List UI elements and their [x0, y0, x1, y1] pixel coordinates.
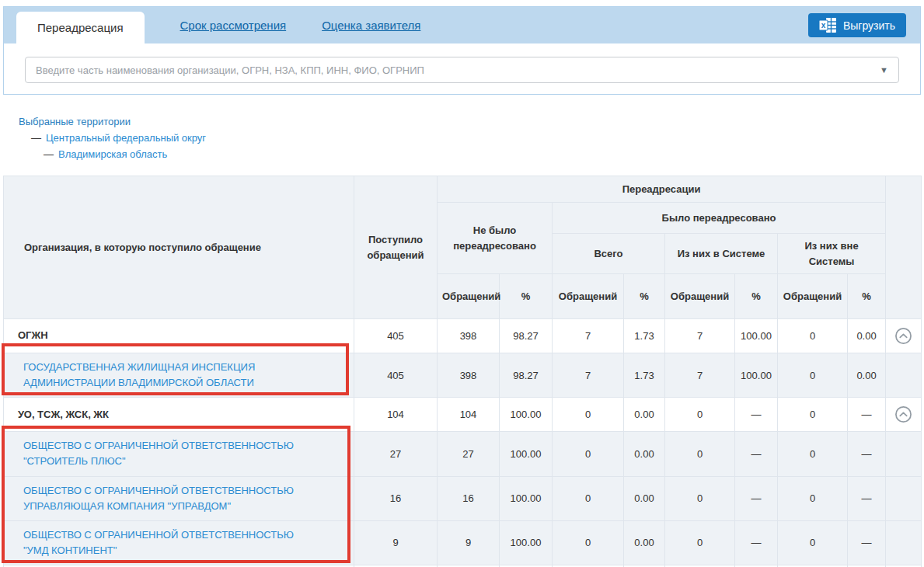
value-cell: —: [735, 476, 778, 520]
header-appeals: Обращений: [438, 274, 500, 319]
table-row: ОБЩЕСТВО С ОГРАНИЧЕННОЙ ОТВЕТСТВЕННОСТЬЮ…: [4, 520, 922, 565]
organization-cell: ОБЩЕСТВО С ОГРАНИЧЕННОЙ ОТВЕТСТВЕННОСТЬЮ…: [4, 520, 354, 565]
organization-cell: ОБЩЕСТВО С ОГРАНИЧЕННОЙ ОТВЕТСТВЕННОСТЬЮ…: [4, 476, 354, 520]
territory-link-cfo[interactable]: Центральный федеральный округ: [46, 132, 206, 144]
collapse-cell-empty: [886, 432, 922, 476]
value-cell: 0: [778, 432, 848, 476]
territory-item: —Центральный федеральный округ: [31, 132, 206, 144]
value-cell: 98.27: [500, 353, 553, 398]
value-cell: 0: [778, 520, 848, 565]
collapse-cell-empty: [886, 520, 922, 565]
value-cell: 16: [354, 476, 438, 520]
value-cell: 0: [778, 353, 848, 398]
statistics-table: Организация, в которую поступило обращен…: [3, 176, 922, 567]
organization-link[interactable]: ГОСУДАРСТВЕННАЯ ЖИЛИЩНАЯ ИНСПЕКЦИЯ АДМИН…: [23, 361, 255, 388]
chevron-down-icon[interactable]: ▼: [880, 66, 888, 75]
export-button[interactable]: x Выгрузить: [808, 13, 906, 37]
value-cell: 0: [553, 432, 624, 476]
table-row: ОГЖН40539898.2771.737100.0000.00: [4, 319, 922, 353]
excel-icon: x: [819, 18, 836, 33]
chevron-up-circle-icon: [894, 405, 912, 423]
value-cell: 1.73: [624, 319, 665, 353]
value-cell: 100.00: [735, 319, 778, 353]
collapse-button-cell[interactable]: [886, 319, 922, 353]
collapse-cell-empty: [886, 476, 922, 520]
value-cell: 98.27: [500, 319, 553, 353]
statistics-table-wrap: Организация, в которую поступило обращен…: [3, 176, 921, 567]
header-appeals: Обращений: [778, 274, 848, 319]
org-search-input[interactable]: [36, 64, 880, 76]
value-cell: 0.00: [848, 319, 886, 353]
export-button-label: Выгрузить: [843, 19, 895, 32]
dash-prefix: —: [31, 132, 41, 144]
value-cell: 7: [665, 319, 735, 353]
value-cell: —: [848, 432, 886, 476]
value-cell: 1.73: [624, 353, 665, 398]
header-percent: %: [735, 274, 778, 319]
dash-prefix: —: [44, 148, 54, 160]
territories-title: Выбранные территории: [19, 116, 206, 127]
organization-link[interactable]: ОБЩЕСТВО С ОГРАНИЧЕННОЙ ОТВЕТСТВЕННОСТЬЮ…: [23, 529, 294, 556]
value-cell: 0: [778, 476, 848, 520]
value-cell: 0.00: [848, 353, 886, 398]
value-cell: 7: [665, 353, 735, 398]
value-cell: 0: [778, 398, 848, 432]
value-cell: —: [848, 476, 886, 520]
svg-text:x: x: [821, 21, 826, 30]
value-cell: 104: [354, 398, 438, 432]
org-search-combobox[interactable]: ▼: [25, 57, 899, 83]
organization-link[interactable]: ОБЩЕСТВО С ОГРАНИЧЕННОЙ ОТВЕТСТВЕННОСТЬЮ…: [23, 485, 294, 512]
chevron-up-circle-icon: [894, 327, 912, 345]
group-label: ОГЖН: [18, 329, 48, 341]
table-row: УО, ТСЖ, ЖСК, ЖК104104100.0000.000—0—: [4, 398, 922, 432]
value-cell: 27: [438, 432, 500, 476]
organization-cell: ОБЩЕСТВО С ОГРАНИЧЕННОЙ ОТВЕТСТВЕННОСТЬЮ…: [4, 432, 354, 476]
value-cell: 0: [553, 398, 624, 432]
value-cell: 0: [665, 432, 735, 476]
organization-link[interactable]: ОБЩЕСТВО С ОГРАНИЧЕННОЙ ОТВЕТСТВЕННОСТЬЮ…: [23, 440, 294, 467]
header-redirected: Было переадресовано: [553, 203, 886, 234]
value-cell: 0: [665, 398, 735, 432]
value-cell: 7: [553, 319, 624, 353]
header-organization: Организация, в которую поступило обращен…: [4, 176, 354, 319]
collapse-button-cell[interactable]: [886, 398, 922, 432]
header-total: Всего: [553, 234, 665, 274]
tab-ocenka-zayavitelya[interactable]: Оценка заявителя: [322, 19, 420, 32]
table-body: ОГЖН40539898.2771.737100.0000.00ГОСУДАРС…: [4, 319, 922, 567]
value-cell: —: [848, 520, 886, 565]
header-out-of-system: Из них вне Системы: [778, 234, 886, 274]
value-cell: —: [735, 398, 778, 432]
value-cell: 0: [553, 520, 624, 565]
header-percent: %: [848, 274, 886, 319]
value-cell: 7: [553, 353, 624, 398]
value-cell: 9: [354, 520, 438, 565]
header-appeals: Обращений: [553, 274, 624, 319]
value-cell: 398: [438, 353, 500, 398]
tab-label: Переадресация: [37, 21, 124, 34]
tab-pereadresaciya[interactable]: Переадресация: [16, 12, 145, 43]
value-cell: —: [735, 432, 778, 476]
header-not-redirected: Не было переадресовано: [438, 203, 553, 274]
header-in-system: Из них в Системе: [665, 234, 778, 274]
header-appeals: Обращений: [665, 274, 735, 319]
header-redirections: Переадресации: [438, 176, 886, 203]
value-cell: 9: [438, 520, 500, 565]
organization-cell: УО, ТСЖ, ЖСК, ЖК: [4, 398, 354, 432]
value-cell: 0: [778, 319, 848, 353]
value-cell: 27: [354, 432, 438, 476]
value-cell: 100.00: [500, 520, 553, 565]
tab-bar: Переадресация Срок рассмотрения Оценка з…: [4, 7, 920, 43]
table-row: ОБЩЕСТВО С ОГРАНИЧЕННОЙ ОТВЕТСТВЕННОСТЬЮ…: [4, 476, 922, 520]
value-cell: 0: [553, 476, 624, 520]
value-cell: 100.00: [500, 476, 553, 520]
territory-link-vladimir[interactable]: Владимирская область: [58, 148, 167, 160]
value-cell: 104: [438, 398, 500, 432]
header-collapse-column: [886, 176, 922, 319]
selected-territories: Выбранные территории —Центральный федера…: [19, 116, 206, 160]
tab-srok-rassmotreniya[interactable]: Срок рассмотрения: [180, 19, 287, 32]
value-cell: 100.00: [500, 398, 553, 432]
value-cell: —: [848, 398, 886, 432]
organization-cell: ГОСУДАРСТВЕННАЯ ЖИЛИЩНАЯ ИНСПЕКЦИЯ АДМИН…: [4, 353, 354, 398]
value-cell: 0.00: [624, 398, 665, 432]
value-cell: 100.00: [735, 353, 778, 398]
